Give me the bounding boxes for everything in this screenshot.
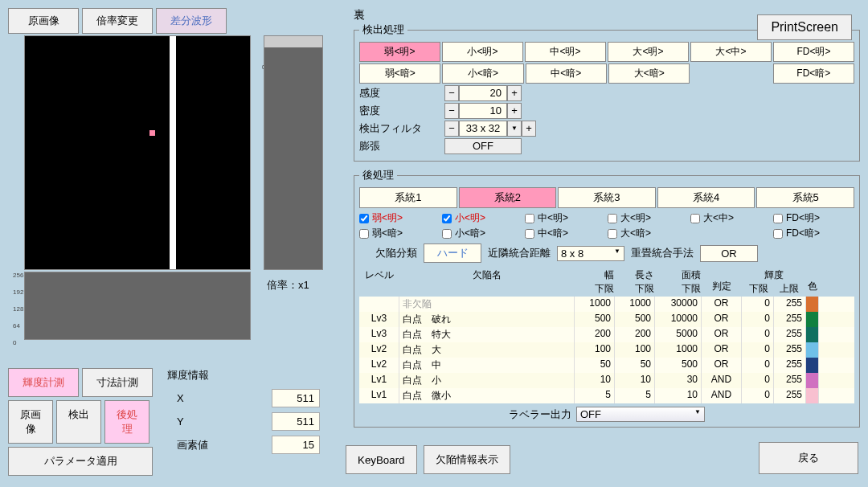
chk-input-弱<明>[interactable] <box>359 214 369 223</box>
table-row[interactable]: Lv1白点 小101030AND0255 <box>359 373 854 388</box>
system-btn-2[interactable]: 系統3 <box>558 187 656 208</box>
detection-btn2-1[interactable]: 小<暗> <box>442 63 523 84</box>
y-value: 511 <box>272 412 320 431</box>
filter-dropdown[interactable]: ▼ <box>507 121 522 137</box>
chk-input-小<暗>[interactable] <box>442 229 452 239</box>
chk-input-中<暗>[interactable] <box>525 229 534 239</box>
chk-大<中>[interactable]: 大<中> <box>690 211 772 225</box>
detection-btn2-3[interactable]: 大<暗> <box>608 63 690 84</box>
chk-中<明>[interactable]: 中<明> <box>525 211 606 225</box>
detect-button[interactable]: 検出 <box>56 400 101 444</box>
chk-FD<明>[interactable]: FD<明> <box>773 211 854 225</box>
param-apply-button[interactable]: パラメータ適用 <box>8 447 153 476</box>
tab-zoom[interactable]: 倍率変更 <box>82 8 153 34</box>
filter-minus[interactable]: − <box>444 121 459 137</box>
zoom-label: 倍率：x1 <box>267 278 309 293</box>
table-row[interactable]: Lv1白点 微小5510AND0255 <box>359 388 854 403</box>
chk-弱<明>[interactable]: 弱<明> <box>359 211 440 225</box>
th-lum: 輝度下限上限 <box>742 268 806 297</box>
table-row[interactable]: Lv2白点 中5050500OR0255 <box>359 358 854 373</box>
chk-小<暗>[interactable]: 小<暗> <box>442 227 523 240</box>
neighbor-value[interactable]: 8 x 8 ▼ <box>557 246 624 261</box>
th-width: 幅下限 <box>575 268 615 297</box>
table-row[interactable]: Lv3白点 破れ50050010000OR0255 <box>359 312 854 327</box>
chk-input-大<中>[interactable] <box>690 214 700 223</box>
detection-btn2-5[interactable]: FD<暗> <box>773 63 854 84</box>
detection-btn-0[interactable]: 弱<明> <box>359 42 440 62</box>
density-value[interactable]: 10 <box>459 103 507 119</box>
detection-btn2-2[interactable]: 中<暗> <box>526 63 607 84</box>
chk-大<暗>[interactable]: 大<暗> <box>608 227 689 240</box>
sensitivity-value[interactable]: 20 <box>459 85 507 101</box>
th-name: 欠陥名 <box>399 268 575 297</box>
sensitivity-plus[interactable]: + <box>507 85 522 101</box>
luminance-measure-button[interactable]: 輝度計測 <box>8 368 79 397</box>
x-label: X <box>167 392 215 404</box>
th-length: 長さ下限 <box>615 268 655 297</box>
th-color: 色 <box>806 268 819 297</box>
detection-btn-2[interactable]: 中<明> <box>525 42 606 62</box>
density-minus[interactable]: − <box>444 103 459 119</box>
density-label: 密度 <box>359 104 444 118</box>
luminance-title: 輝度情報 <box>167 368 320 383</box>
chk-input-大<明>[interactable] <box>608 214 617 223</box>
tab-original[interactable]: 原画像 <box>8 8 79 34</box>
defect-class-value[interactable]: ハード <box>424 244 481 263</box>
th-judge: 判定 <box>702 268 742 297</box>
pixel-value: 15 <box>272 436 320 454</box>
table-row[interactable]: 非欠陥1000100030000OR0255 <box>359 297 854 312</box>
y-label: Y <box>167 415 215 428</box>
chk-[interactable] <box>690 227 772 240</box>
neighbor-label: 近隣統合距離 <box>488 246 551 260</box>
chk-input-FD<明>[interactable] <box>773 214 783 223</box>
labeler-select[interactable]: OFF▼ <box>576 407 705 422</box>
tab-diff[interactable]: 差分波形 <box>156 8 227 34</box>
filter-value[interactable]: 33 x 32 <box>459 121 507 137</box>
chk-input-小<明>[interactable] <box>442 214 452 223</box>
filter-plus[interactable]: + <box>522 121 536 137</box>
expand-toggle[interactable]: OFF <box>444 138 522 154</box>
system-btn-4[interactable]: 系統5 <box>756 187 854 208</box>
th-level: レベル <box>359 268 399 297</box>
back-button[interactable]: 戻る <box>759 442 858 474</box>
postprocess-button[interactable]: 後処理 <box>104 400 149 444</box>
detection-btn-1[interactable]: 小<明> <box>442 42 523 62</box>
expand-label: 膨張 <box>359 139 444 153</box>
chk-小<明>[interactable]: 小<明> <box>442 211 523 225</box>
side-graph <box>264 35 323 270</box>
detection-legend: 検出処理 <box>359 23 407 37</box>
dimension-measure-button[interactable]: 寸法計測 <box>82 368 153 397</box>
chk-中<暗>[interactable]: 中<暗> <box>525 227 606 240</box>
defect-table: レベル 欠陥名 幅下限 長さ下限 面積下限 判定 輝度下限上限 色 非欠陥100… <box>359 268 854 403</box>
chk-弱<暗>[interactable]: 弱<暗> <box>359 227 440 240</box>
bottom-graph <box>24 272 251 340</box>
chk-大<明>[interactable]: 大<明> <box>608 211 689 225</box>
system-btn-3[interactable]: 系統4 <box>657 187 755 208</box>
table-row[interactable]: Lv3白点 特大2002005000OR0255 <box>359 327 854 342</box>
detection-btn-5[interactable]: FD<明> <box>773 42 854 62</box>
detection-btn2-0[interactable]: 弱<暗> <box>359 63 440 84</box>
keyboard-button[interactable]: KeyBoard <box>346 445 417 474</box>
defect-class-label: 欠陥分類 <box>375 246 417 260</box>
system-btn-1[interactable]: 系統2 <box>459 187 557 208</box>
chk-input-中<明>[interactable] <box>525 214 534 223</box>
density-plus[interactable]: + <box>507 103 522 119</box>
chk-input-大<暗>[interactable] <box>608 229 617 239</box>
table-row[interactable]: Lv2白点 大1001001000OR0255 <box>359 342 854 358</box>
detection-btn-3[interactable]: 大<明> <box>608 42 689 62</box>
image-view[interactable] <box>24 35 251 270</box>
detection-btn-4[interactable]: 大<中> <box>690 42 772 62</box>
sensitivity-minus[interactable]: − <box>444 85 459 101</box>
filter-label: 検出フィルタ <box>359 121 444 136</box>
printscreen-button[interactable]: PrintScreen <box>757 14 852 40</box>
defect-info-button[interactable]: 欠陥情報表示 <box>424 445 510 474</box>
original-button[interactable]: 原画像 <box>8 400 53 444</box>
chk-input-FD<暗>[interactable] <box>773 229 783 239</box>
chk-FD<暗>[interactable]: FD<暗> <box>773 227 854 240</box>
chk-input-弱<暗>[interactable] <box>359 229 369 239</box>
overlap-value[interactable]: OR <box>700 245 758 262</box>
post-section: 後処理 系統1系統2系統3系統4系統5 弱<明>小<明>中<明>大<明>大<中>… <box>354 168 860 428</box>
pixel-label: 画素値 <box>167 438 215 452</box>
system-btn-0[interactable]: 系統1 <box>359 187 457 208</box>
image-marker <box>149 130 155 136</box>
